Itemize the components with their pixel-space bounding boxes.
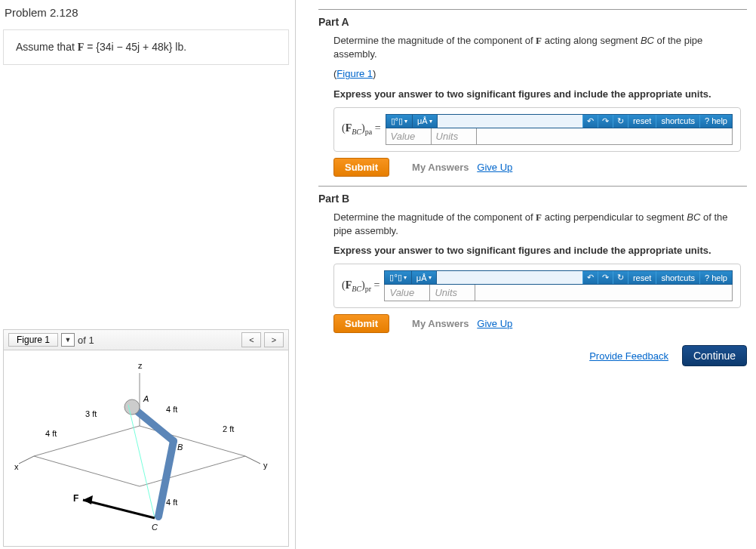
svg-line-5	[19, 456, 34, 464]
shortcuts-button[interactable]: shortcuts	[656, 271, 699, 284]
svg-line-9	[83, 500, 155, 518]
part-b-units-input[interactable]: Units	[430, 285, 475, 301]
figure-prev-button[interactable]: <	[241, 332, 261, 347]
figure-svg: z x y A B C F 3 ft 4 ft 4 ft 2 ft 4 ft	[4, 350, 290, 545]
dim-4ft-c: 4 ft	[166, 498, 177, 507]
part-a-title: Part A	[318, 16, 747, 28]
pt-C: C	[152, 523, 158, 532]
reset-button[interactable]: reset	[628, 115, 656, 128]
axis-z: z	[138, 361, 143, 370]
part-a-question: Determine the magnitude of the component…	[333, 34, 747, 61]
template-button[interactable]: ▯°▯▾	[385, 271, 411, 284]
part-a-answer-box: (FBC)pa = ▯°▯▾ μÅ▾ ↶ ↷ ↻	[333, 107, 741, 152]
assume-F: F	[78, 42, 85, 53]
figure-select-button[interactable]: Figure 1	[8, 333, 58, 347]
dim-4ft-a: 4 ft	[45, 429, 57, 438]
figure-toolbar: Figure 1 ▼ of 1 < >	[3, 329, 289, 350]
problem-title: Problem 2.128	[0, 6, 295, 29]
part-a-give-up[interactable]: Give Up	[477, 162, 512, 173]
part-b-input-rest[interactable]	[475, 285, 732, 301]
separator-mid	[318, 186, 747, 187]
assume-prefix: Assume that	[16, 41, 78, 53]
separator-top	[318, 9, 747, 10]
svg-marker-10	[83, 495, 93, 504]
figure-next-button[interactable]: >	[264, 332, 284, 347]
figure-canvas: z x y A B C F 3 ft 4 ft 4 ft 2 ft 4 ft	[3, 350, 289, 547]
refresh-button[interactable]: ↻	[613, 115, 628, 128]
part-a-value-input[interactable]: Value	[386, 128, 432, 144]
svg-line-2	[140, 456, 245, 486]
force-F: F	[73, 493, 78, 504]
part-a-input-rest[interactable]	[477, 128, 732, 144]
pt-A: A	[143, 394, 149, 403]
part-a-units-input[interactable]: Units	[432, 128, 477, 144]
part-a-toolbar: ▯°▯▾ μÅ▾ ↶ ↷ ↻ reset shortcuts ? help	[386, 114, 733, 128]
figure-count: of 1	[78, 335, 94, 346]
part-b-toolbar: ▯°▯▾ μÅ▾ ↶ ↷ ↻ reset shortcuts ? help	[384, 270, 733, 285]
reset-button[interactable]: reset	[628, 271, 656, 284]
assume-eq: = {34i − 45j + 48k} lb.	[84, 41, 186, 53]
part-b-give-up[interactable]: Give Up	[477, 318, 512, 329]
svg-point-7	[124, 399, 140, 415]
part-b-instruction: Express your answer to two significant f…	[333, 244, 747, 258]
axis-x: x	[14, 462, 19, 471]
assumption-box: Assume that F = {34i − 45j + 48k} lb.	[3, 29, 289, 65]
help-button[interactable]: ? help	[699, 271, 732, 284]
axis-y: y	[263, 461, 268, 470]
part-b-title: Part B	[318, 193, 747, 205]
continue-button[interactable]: Continue	[682, 345, 747, 366]
part-b-lhs: (FBC)pr =	[342, 279, 384, 293]
part-b-question: Determine the magnitude of the component…	[333, 211, 747, 238]
svg-line-3	[34, 456, 140, 486]
left-panel: Problem 2.128 Assume that F = {34i − 45j…	[0, 0, 296, 549]
pt-B: B	[177, 443, 183, 452]
part-b-answer-box: (FBC)pr = ▯°▯▾ μÅ▾ ↶ ↷ ↻	[333, 264, 741, 308]
part-b-submit-button[interactable]: Submit	[333, 314, 389, 333]
footer-row: Provide Feedback Continue	[318, 345, 747, 366]
part-a-lhs: (FBC)pa =	[342, 122, 386, 136]
help-button[interactable]: ? help	[699, 115, 732, 128]
part-a-submit-button[interactable]: Submit	[333, 158, 389, 177]
dim-2ft: 2 ft	[223, 424, 234, 433]
provide-feedback-link[interactable]: Provide Feedback	[589, 350, 668, 362]
part-a-my-answers[interactable]: My Answers	[412, 162, 469, 173]
undo-button[interactable]: ↶	[582, 115, 598, 128]
right-panel: Part A Determine the magnitude of the co…	[296, 0, 756, 549]
symbols-button[interactable]: μÅ▾	[413, 115, 437, 128]
redo-button[interactable]: ↷	[598, 115, 613, 128]
undo-button[interactable]: ↶	[582, 271, 598, 284]
part-a-instruction: Express your answer to two significant f…	[333, 88, 747, 101]
part-b-value-input[interactable]: Value	[385, 285, 430, 301]
template-button[interactable]: ▯°▯▾	[386, 115, 413, 128]
dim-4ft-b: 4 ft	[166, 405, 177, 414]
part-a-body: Determine the magnitude of the component…	[318, 34, 747, 177]
figure-link[interactable]: Figure 1	[337, 68, 373, 79]
force-symbol: F	[536, 35, 542, 46]
redo-button[interactable]: ↷	[598, 271, 613, 284]
dim-3ft: 3 ft	[85, 409, 97, 418]
svg-line-6	[245, 456, 260, 464]
part-a-input-row: Value Units	[386, 128, 733, 145]
part-b-input-row: Value Units	[384, 285, 733, 301]
figure-dropdown[interactable]: ▼	[61, 333, 75, 347]
symbols-button[interactable]: μÅ▾	[412, 271, 436, 284]
part-b-body: Determine the magnitude of the component…	[318, 211, 747, 334]
refresh-button[interactable]: ↻	[613, 271, 628, 284]
shortcuts-button[interactable]: shortcuts	[656, 115, 699, 128]
force-symbol: F	[536, 211, 542, 223]
part-b-my-answers[interactable]: My Answers	[412, 318, 469, 329]
